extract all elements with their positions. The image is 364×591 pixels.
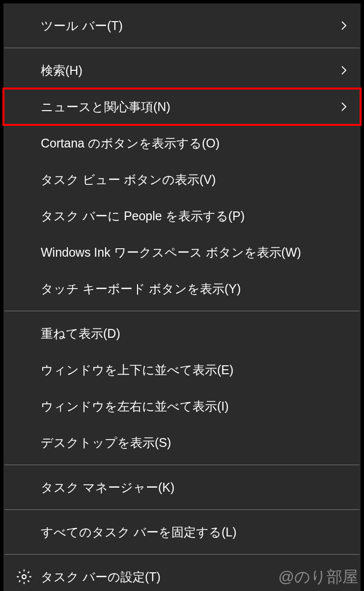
menu-item[interactable]: すべてのタスク バーを固定する(L): [3, 514, 361, 550]
chevron-right-icon: [338, 20, 350, 31]
svg-point-0: [22, 575, 26, 579]
menu-separator: [4, 554, 360, 555]
taskbar-context-menu: ツール バー(T)検索(H)ニュースと関心事項(N)Cortana のボタンを表…: [3, 3, 361, 591]
menu-item[interactable]: タスク ビュー ボタンの表示(V): [3, 161, 361, 198]
menu-item-label: すべてのタスク バーを固定する(L): [41, 524, 346, 540]
menu-item-label: ウィンドウを上下に並べて表示(E): [41, 362, 346, 378]
menu-item[interactable]: ウィンドウを上下に並べて表示(E): [3, 352, 361, 388]
menu-item[interactable]: 検索(H): [3, 52, 361, 89]
menu-item-label: ニュースと関心事項(N): [41, 99, 338, 115]
menu-separator: [4, 311, 360, 311]
menu-item[interactable]: Cortana のボタンを表示する(O): [3, 125, 361, 161]
menu-separator: [4, 465, 360, 465]
gear-icon: [16, 569, 32, 585]
menu-item-label: ツール バー(T): [41, 18, 338, 34]
menu-separator: [4, 509, 360, 510]
menu-item[interactable]: ニュースと関心事項(N): [3, 89, 361, 125]
menu-item[interactable]: Windows Ink ワークスペース ボタンを表示(W): [3, 234, 361, 270]
menu-item[interactable]: デスクトップを表示(S): [3, 424, 361, 461]
menu-separator: [4, 48, 360, 48]
menu-item[interactable]: タスク バーに People を表示する(P): [3, 198, 361, 234]
menu-item-label: Cortana のボタンを表示する(O): [41, 135, 346, 151]
menu-item[interactable]: 重ねて表示(D): [3, 315, 361, 352]
menu-item[interactable]: タスク マネージャー(K): [3, 469, 361, 505]
menu-item-label: 重ねて表示(D): [41, 325, 346, 342]
chevron-right-icon: [338, 64, 350, 76]
chevron-right-icon: [338, 101, 350, 113]
menu-item-label: 検索(H): [41, 62, 338, 79]
watermark-text: @のり部屋: [279, 566, 358, 588]
menu-item-label: タスク バーに People を表示する(P): [41, 208, 346, 224]
menu-item[interactable]: タッチ キーボード ボタンを表示(Y): [3, 270, 361, 307]
menu-item-label: タッチ キーボード ボタンを表示(Y): [41, 281, 346, 297]
menu-item[interactable]: ウィンドウを左右に並べて表示(I): [3, 388, 361, 424]
menu-item[interactable]: ツール バー(T): [3, 7, 361, 44]
menu-item-label: タスク ビュー ボタンの表示(V): [41, 172, 346, 188]
menu-item-label: Windows Ink ワークスペース ボタンを表示(W): [41, 244, 346, 261]
menu-item-label: ウィンドウを左右に並べて表示(I): [41, 398, 346, 414]
menu-item-label: タスク マネージャー(K): [41, 479, 346, 496]
menu-item-label: デスクトップを表示(S): [41, 435, 346, 451]
